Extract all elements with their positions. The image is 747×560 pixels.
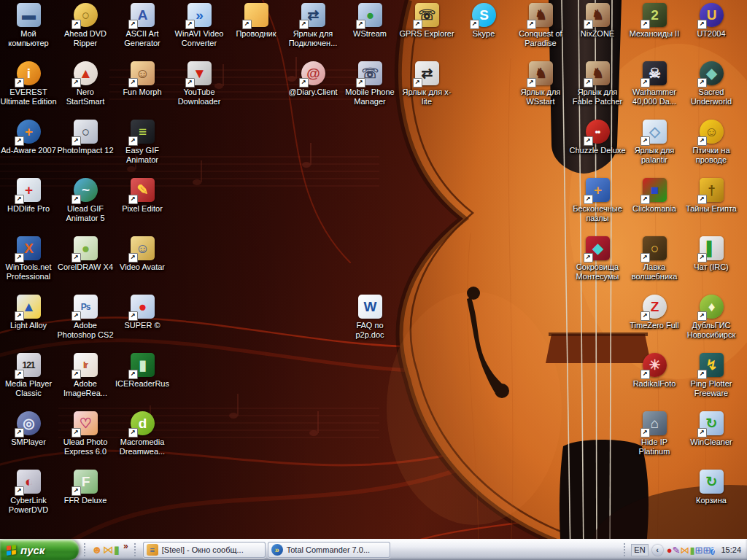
desktop-icon-dubl-gis[interactable]: ♦↗ДубльГИС Новосибирск	[683, 295, 740, 340]
phone-sync-tray-icon[interactable]: ▮	[689, 545, 694, 556]
desktop-icon-pixel-editor[interactable]: ✎↗Pixel Editor	[114, 178, 171, 214]
shortcut-arrow-icon: ↗	[128, 428, 138, 438]
pen-marker-tray-icon[interactable]: ✎	[672, 545, 680, 556]
desktop-icon-nero-startsmart[interactable]: ▲↗Nero StartSmart	[57, 61, 114, 106]
desktop-icon-ad-aware-2007[interactable]: +↗Ad-Aware 2007	[0, 120, 57, 155]
desktop-icon-cyberlink-powerdvd[interactable]: ◐↗CyberLink PowerDVD	[0, 470, 57, 515]
toolbar-grip-handle[interactable]	[134, 543, 136, 556]
wizard-shop-icon: ○↗	[643, 236, 667, 260]
tray-grip-handle[interactable]	[624, 543, 625, 556]
desktop-icon-wsstart-shortcut[interactable]: ♞↗Ярлык для WSstart	[512, 61, 569, 106]
desktop-icon-irc-chat[interactable]: ▌↗Чат (IRC)	[683, 236, 740, 272]
desktop-icon-icereaderrus[interactable]: ▮↗ICEReaderRus	[114, 353, 171, 389]
desktop-icon-ffr-deluxe[interactable]: F↗FFR Deluxe	[57, 470, 114, 505]
shortcut-arrow-icon: ↗	[640, 370, 650, 379]
warhammer-40k-icon: ☠↗	[643, 61, 667, 85]
desktop-icon-sacred-underworld[interactable]: ◆↗Sacred Underworld	[683, 61, 740, 106]
desktop-icon-network-connection-shortcut[interactable]: ⇄↗Ярлык для Подключен...	[285, 3, 341, 48]
desktop-icon-ahead-dvd-ripper[interactable]: ○↗Ahead DVD Ripper	[57, 3, 114, 48]
desktop-icon-macromedia-dreamweaver[interactable]: d↗Macromedia Dreamwea...	[114, 411, 171, 456]
desktop-icon-gprs-explorer[interactable]: ☏↗GPRS Explorer	[398, 3, 455, 39]
shortcut-arrow-icon: ↗	[71, 253, 81, 262]
desktop-icon-ulead-gif-animator-5[interactable]: ~↗Ulead GIF Animator 5	[57, 178, 114, 223]
desktop-icon-hide-ip-platinum[interactable]: ⌂↗Hide IP Platinum	[626, 411, 683, 456]
download-master-quicklaunch-icon[interactable]: ☻	[91, 543, 103, 556]
butterfly-messenger-quicklaunch-icon[interactable]: ⋈	[103, 543, 114, 556]
coreldraw-x4-icon: ●↗	[74, 236, 98, 260]
toolbar-grip-handle[interactable]	[84, 543, 85, 556]
desktop-icon-diary-client[interactable]: @↗@Diary.Client	[285, 61, 341, 97]
desktop-icon-clickomania[interactable]: ■↗Clickomania	[626, 178, 683, 214]
desktop-icon-mechanoids-2[interactable]: 2↗Механоиды II	[626, 3, 683, 39]
desktop-icon-media-player-classic[interactable]: 121↗Media Player Classic	[0, 353, 57, 398]
desktop-icon-label: Ulead GIF Animator 5	[57, 204, 114, 223]
desktop-icon-winavi-video-converter[interactable]: »↗WinAVI Video Converter	[171, 3, 228, 48]
desktop-icon-warhammer-40k[interactable]: ☠↗Warhammer 40,000 Da...	[626, 61, 683, 106]
tray-collapse-chevron[interactable]: ‹	[652, 545, 663, 556]
desktop-icon-secrets-of-egypt[interactable]: †↗Тайны Египта	[683, 178, 740, 214]
desktop-icon-radikalfoto[interactable]: ☀↗RadikalFoto	[626, 353, 683, 389]
desktop-icon-faq-p2p-doc[interactable]: WFAQ по p2p.doc	[341, 295, 398, 340]
desktop-icon-mobile-phone-manager[interactable]: ☏↗Mobile Phone Manager	[341, 61, 398, 106]
desktop-icon-ascii-art-generator[interactable]: A↗ASCII Art Generator	[114, 3, 171, 48]
desktop-icon-fun-morph[interactable]: ☺↗Fun Morph	[114, 61, 171, 97]
network-connection-1-tray-icon[interactable]: ⊞	[695, 545, 703, 556]
network-connection-2-tray-icon[interactable]: ⊞	[703, 545, 711, 556]
desktop-icon-my-computer[interactable]: ▬Мой компьютер	[0, 3, 57, 48]
sacred-underworld-icon: ◆↗	[700, 61, 724, 85]
desktop-icon-smplayer[interactable]: ◎↗SMPlayer	[0, 411, 57, 447]
desktop-icon-super-encoder[interactable]: ●↗SUPER ©	[114, 295, 171, 330]
nero-startsmart-icon: ▲↗	[74, 61, 98, 85]
desktop-icon-photoimpact-12[interactable]: ○↗PhotoImpact 12	[57, 120, 114, 155]
desktop-icon-everest-ultimate[interactable]: i↗EVEREST Ultimate Edition	[0, 61, 57, 106]
desktop-icon-wintools-net[interactable]: X↗WinTools.net Professional	[0, 236, 57, 281]
shortcut-arrow-icon: ↗	[128, 136, 138, 146]
desktop-icon-label: Sacred Underworld	[683, 88, 740, 106]
desktop-icon-light-alloy[interactable]: ▲↗Light Alloy	[0, 295, 57, 330]
desktop-icon-chuzzle-deluxe[interactable]: ••↗Chuzzle Deluxe	[569, 120, 626, 155]
desktop-icon-wincleaner[interactable]: ↻↗WinCleaner	[683, 411, 740, 447]
butterfly-messenger-tray-icon[interactable]: ⋈	[680, 545, 689, 556]
language-indicator[interactable]: EN	[631, 544, 648, 556]
chuzzle-deluxe-icon: ••↗	[586, 120, 610, 144]
desktop-icon-wizard-shop[interactable]: ○↗Лавка волшебника	[626, 236, 683, 281]
desktop-icon-video-avatar[interactable]: ☺↗Video Avatar	[114, 236, 171, 272]
desktop-icon-timezero-full[interactable]: Z↗TimeZero Full	[626, 295, 683, 330]
desktop-icon-recycle-bin[interactable]: ↻Корзина	[683, 470, 740, 505]
desktop-icon-label: Механоиды II	[626, 29, 683, 39]
desktop-icon-endless-puzzles[interactable]: +↗Бесконечные пазлы	[569, 178, 626, 223]
desktop-icon-ulead-photo-express[interactable]: ♡↗Ulead Photo Express 6.0	[57, 411, 114, 456]
desktop-icon-xlite-shortcut[interactable]: ⇄↗Ярлык для x-lite	[398, 61, 455, 106]
task-button-total-commander[interactable]: »Total Commander 7.0...	[268, 542, 390, 558]
taskbar: пуск ☻⋈▮ » ≡[Steel] - Окно сообщ...»Tota…	[0, 539, 747, 560]
desktop-icon-label: PhotoImpact 12	[57, 146, 114, 155]
desktop-icon-adobe-imageready[interactable]: Ir↗Adobe ImageRea...	[57, 353, 114, 398]
desktop-icon-hddlife-pro[interactable]: +↗HDDlife Pro	[0, 178, 57, 214]
desktop-icon-easy-gif-animator[interactable]: ≡↗Easy GIF Animator	[114, 120, 171, 165]
security-shield-tray-icon[interactable]: ?	[711, 547, 715, 555]
hide-ip-platinum-icon: ⌂↗	[643, 411, 667, 435]
desktop-icon-explorer[interactable]: ↗Проводник	[228, 3, 285, 39]
desktop-icon-coreldraw-x4[interactable]: ●↗CorelDRAW X4	[57, 236, 114, 272]
desktop-icon-label: UT2004	[683, 29, 740, 39]
desktop-icon-label: Ярлык для x-lite	[398, 88, 455, 106]
desktop-icon-nixzone[interactable]: ♞↗NixZONE	[569, 3, 626, 39]
task-button-steel-message-window[interactable]: ≡[Steel] - Окно сообщ...	[143, 542, 266, 558]
start-button[interactable]: пуск	[0, 540, 79, 560]
desktop-icon-adobe-photoshop-cs2[interactable]: Ps↗Adobe Photoshop CS2	[57, 295, 114, 340]
desktop-icon-conquest-of-paradise[interactable]: ♞↗Conquest of Paradise	[512, 3, 569, 48]
desktop-icon-youtube-downloader[interactable]: ▼↗YouTube Downloader	[171, 61, 228, 106]
desktop-icon-ut2004[interactable]: U↗UT2004	[683, 3, 740, 39]
quick-launch-overflow-chevron[interactable]: »	[123, 541, 127, 551]
irc-chat-icon: ▌↗	[700, 236, 724, 260]
desktop-icon-montezuma-treasures[interactable]: ◆↗Сокровища Монтесумы	[569, 236, 626, 281]
desktop-icon-wstream[interactable]: ●↗WStream	[341, 3, 398, 39]
desktop-icon-palantir-shortcut[interactable]: ◇↗Ярлык для palantir	[626, 120, 683, 165]
taskbar-clock[interactable]: 15:24	[721, 545, 741, 554]
desktop-icon-label: HDDlife Pro	[0, 204, 57, 214]
desktop-icon-fable-patcher-shortcut[interactable]: ♞↗Ярлык для Fable Patcher	[569, 61, 626, 106]
desktop-icon-birds-on-wire[interactable]: ☺↗Птички на проводе	[683, 120, 740, 165]
battery-tool-quicklaunch-icon[interactable]: ▮	[114, 543, 120, 556]
desktop-icon-skype[interactable]: S↗Skype	[455, 3, 512, 39]
desktop-icon-ping-plotter[interactable]: ↯↗Ping Plotter Freeware	[683, 353, 740, 398]
